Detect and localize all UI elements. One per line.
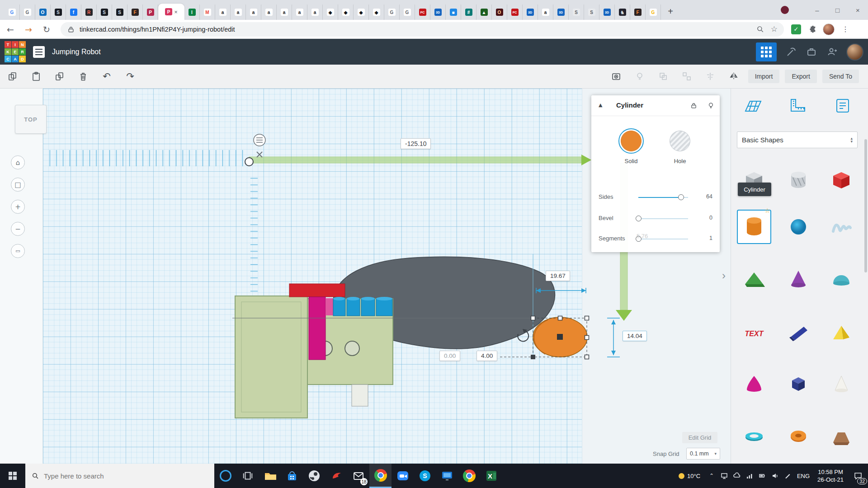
browser-tab[interactable]: a (538, 5, 553, 20)
tab-close-icon[interactable]: × (174, 9, 178, 15)
browser-tab[interactable]: G (5, 5, 20, 20)
shape-cylinder-hole[interactable] (783, 164, 814, 196)
tray-expand-icon[interactable]: ⌃ (705, 473, 718, 479)
shape-box-red[interactable] (826, 164, 857, 196)
tray-cloud-icon[interactable] (731, 472, 743, 479)
chrome-taskbar-icon-2[interactable] (458, 464, 480, 488)
mail-icon[interactable]: 18 (347, 464, 369, 488)
browser-tab[interactable]: I (184, 5, 200, 20)
task-view-icon[interactable] (236, 464, 259, 488)
browser-profile-avatar[interactable] (823, 23, 835, 35)
sidebar-scrollbar[interactable] (864, 139, 867, 272)
mirror-button[interactable] (725, 67, 743, 85)
shape-hex-prism[interactable] (783, 368, 814, 400)
browser-tab[interactable]: ◆ (323, 5, 338, 20)
ruler-tool-icon[interactable] (786, 95, 810, 117)
shape-roof[interactable] (738, 263, 770, 295)
shape-pyramid[interactable] (826, 317, 857, 349)
design-title[interactable]: Jumping Robot (52, 48, 101, 56)
classes-icon[interactable] (805, 45, 818, 59)
tray-wifi-icon[interactable] (743, 472, 756, 479)
browser-tab[interactable]: a (231, 5, 246, 20)
tray-volume-icon[interactable] (769, 472, 781, 479)
scale-handle[interactable] (585, 355, 589, 359)
browser-tab[interactable]: a (261, 5, 277, 20)
tray-monitor-icon[interactable] (718, 472, 731, 479)
notes-tool-icon[interactable] (830, 95, 855, 117)
browser-tab[interactable]: 3D (599, 5, 615, 20)
shape-wedge-brown[interactable] (826, 420, 857, 452)
lightbulb-icon[interactable] (707, 102, 715, 109)
start-button[interactable] (0, 464, 25, 488)
browser-tab[interactable]: ◆ (338, 5, 354, 20)
zoom-app-icon[interactable] (392, 464, 414, 488)
design-list-icon[interactable] (33, 46, 45, 58)
skype-icon[interactable]: S (414, 464, 436, 488)
solid-option[interactable] (621, 131, 642, 151)
browser-tab[interactable]: a (292, 5, 307, 20)
extensions-puzzle-icon[interactable] (807, 25, 816, 34)
browser-tab[interactable]: O (492, 5, 507, 20)
browser-tab[interactable]: PC (415, 5, 430, 20)
browser-tab[interactable]: G (400, 5, 415, 20)
action-center-icon[interactable]: 32 (848, 464, 868, 488)
shape-torus[interactable] (783, 420, 814, 452)
bookmark-star-icon[interactable]: ☆ (771, 24, 778, 34)
browser-menu-icon[interactable]: ⋮ (841, 25, 850, 33)
browser-tab[interactable]: a (215, 5, 231, 20)
shape-cylinder[interactable] (738, 211, 770, 243)
light-toggle-icon[interactable] (631, 67, 649, 85)
browser-tab[interactable]: G (20, 5, 35, 20)
zoom-icon[interactable] (756, 25, 764, 33)
window-minimize-button[interactable]: – (807, 2, 827, 18)
ruler-measurement-label[interactable]: -125.10 (401, 138, 431, 149)
delete-button[interactable] (74, 67, 92, 85)
redo-button[interactable]: ↷ (121, 67, 139, 85)
scale-handle[interactable] (585, 336, 589, 340)
browser-tab[interactable]: S (51, 5, 66, 20)
new-tab-button[interactable]: + (664, 5, 677, 18)
browser-tab[interactable]: G (646, 5, 661, 20)
lock-icon[interactable] (690, 102, 698, 109)
browser-tab[interactable]: 3D (523, 5, 538, 20)
shape-sphere[interactable] (783, 211, 814, 243)
undo-button[interactable]: ↶ (98, 67, 116, 85)
language-indicator[interactable]: ENG (794, 473, 813, 479)
shape-scribble[interactable] (826, 211, 857, 243)
height-dimension-label[interactable]: 14.04 (623, 331, 647, 341)
browser-tab[interactable]: ◆ (354, 5, 369, 20)
monitor-app-icon[interactable] (436, 464, 458, 488)
browser-tab[interactable]: 3D (430, 5, 446, 20)
shape-category-select[interactable]: Basic Shapes ▴▾ (737, 131, 858, 148)
forward-button[interactable]: → (21, 22, 36, 37)
shape-cone-purple[interactable] (783, 263, 814, 295)
align-button[interactable] (701, 67, 719, 85)
browser-tab[interactable]: a (246, 5, 261, 20)
clock[interactable]: 10:58 PM 26-Oct-21 (813, 468, 848, 483)
apps-grid-button[interactable] (756, 42, 777, 61)
snap-grid-select[interactable]: 0.1 mm▾ (686, 448, 720, 460)
browser-tab[interactable]: 3D (553, 5, 569, 20)
scale-handle[interactable] (585, 316, 589, 320)
ungroup-button[interactable] (678, 67, 696, 85)
browser-tab[interactable]: PC (507, 5, 523, 20)
media-controls-icon[interactable] (781, 6, 789, 14)
search-input[interactable] (44, 472, 193, 480)
browser-tab[interactable]: S (569, 5, 584, 20)
paste-button[interactable] (27, 67, 45, 85)
file-explorer-icon[interactable] (259, 464, 281, 488)
browser-tab[interactable]: M (200, 5, 215, 20)
copy-button[interactable] (4, 67, 22, 85)
browser-tab[interactable]: a (277, 5, 292, 20)
url-omnibox[interactable]: tinkercad.com/things/hn1PNfi2P4Y-jumping… (61, 22, 784, 37)
reload-button[interactable]: ↻ (39, 22, 54, 37)
import-button[interactable]: Import (748, 70, 780, 83)
dragon-center-icon[interactable] (325, 464, 347, 488)
tinkercad-logo[interactable]: T I N K E R C A D (5, 41, 26, 62)
3d-viewport[interactable] (43, 89, 582, 464)
sides-slider[interactable] (638, 197, 688, 198)
browser-tab[interactable]: ■ (446, 5, 461, 20)
browser-tab[interactable]: F (127, 5, 143, 20)
browser-tab[interactable]: R (81, 5, 97, 20)
send-to-button[interactable]: Send To (822, 70, 859, 83)
